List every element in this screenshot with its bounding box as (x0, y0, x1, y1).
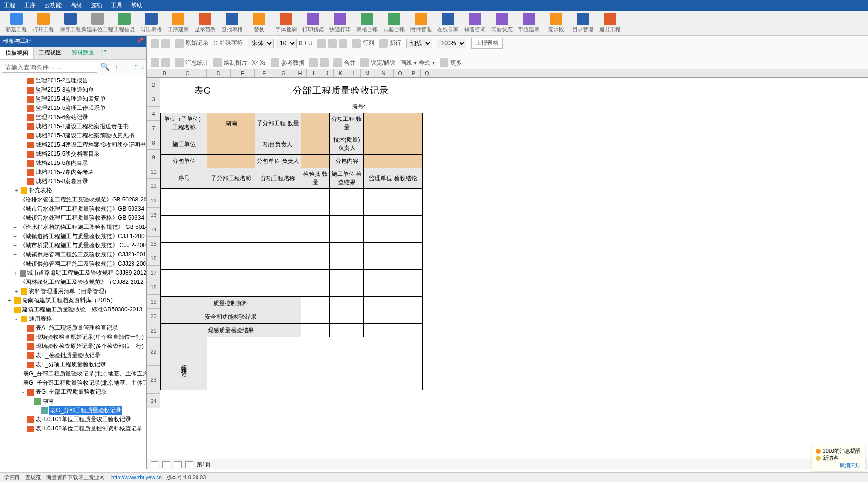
tree-node[interactable]: 城档2015-6卷内目录 (0, 159, 146, 168)
tree-node[interactable]: -建筑工程施工质量验收统一标准GB50300-2013 (0, 305, 146, 314)
toolbar-字体批刷[interactable]: 字体批刷 (273, 13, 300, 33)
align-right-icon[interactable] (339, 39, 347, 48)
merge-icon[interactable] (333, 58, 342, 67)
toolbar-目录管理[interactable]: 目录管理 (569, 13, 596, 33)
prev-page-icon[interactable] (162, 461, 170, 468)
tree-node[interactable]: 监理2015-5监理工作联系单 (0, 104, 146, 113)
toolbar-查找表格[interactable]: 查找表格 (219, 13, 246, 33)
italic-icon[interactable]: I (305, 40, 306, 47)
valign2-icon[interactable] (320, 58, 329, 67)
wrap-icon[interactable] (379, 39, 388, 48)
tree-node[interactable]: +《给水排水构筑物工程施工及验收规范》 GB 50141-2008 (0, 223, 146, 232)
tree-node[interactable]: +《城镇道路工程施工与质量验收规范》CJJ 1-2008 (0, 232, 146, 241)
col-ops-icon[interactable] (161, 58, 170, 67)
tree-node[interactable]: 城档2015-5移交档案目录 (0, 149, 146, 159)
toolbar-工程信息[interactable]: 工程信息 (111, 13, 138, 33)
toolbar-问题状态[interactable]: 问题状态 (488, 13, 515, 33)
toolbar-快速打印[interactable]: 快速打印 (327, 13, 354, 33)
tree-node[interactable]: +《城镇供热管网工程施工及验收规范》CJJ28-2004 (0, 259, 146, 268)
tree-node[interactable]: 城档2015-7卷内备考表 (0, 168, 146, 177)
tree-node[interactable]: +《园林绿化工程施工及验收规范》（CJJ82-2012） (0, 278, 146, 287)
toolbar-附件管理[interactable]: 附件管理 (408, 13, 434, 33)
minus-icon[interactable]: － (123, 62, 131, 72)
toolbar-试验台账[interactable]: 试验台账 (381, 13, 408, 33)
toolbar-打开工程[interactable]: 打开工程 (30, 13, 57, 33)
tree-view[interactable]: 监理2015-2监理报告监理2015-3监理通知单监理2015-4监理通知回复单… (0, 75, 146, 469)
superscript-icon[interactable]: X² (252, 59, 258, 66)
chart-icon[interactable] (213, 58, 222, 67)
tree-node[interactable]: 城档2015-4建设工程档案接收和移交证明书 (0, 140, 146, 149)
tree-node[interactable]: 现场验收检查原始记录(多个检查部位一行) (0, 342, 146, 351)
toolbar-显示范例[interactable]: 显示范例 (192, 13, 219, 33)
form-table[interactable]: 单位（子单位） 工程名称湖南子分部工程 数量分项工程 数量施工单位项目负责人技术… (160, 113, 423, 390)
tree-node[interactable]: 监理2015-6旁站记录 (0, 113, 146, 122)
tab-project-view[interactable]: 工程视图 (34, 47, 66, 59)
search-icon[interactable]: 🔍 (100, 62, 110, 72)
cancel-flash-link[interactable]: 取消闪烁 (840, 462, 861, 469)
toolbar-部位建表[interactable]: 部位建表 (515, 13, 542, 33)
tree-node[interactable]: 监理2015-4监理通知回复单 (0, 94, 146, 104)
align-left-icon[interactable] (317, 39, 326, 48)
toolbar-表格台账[interactable]: 表格台账 (354, 13, 381, 33)
menu-选项[interactable]: 选项 (91, 1, 102, 10)
tree-node[interactable]: +城市道路照明工程施工及验收规程 CJJ89-2012 (0, 268, 146, 278)
valign-icon[interactable] (309, 58, 318, 67)
special-char-icon[interactable]: Ω (213, 40, 218, 47)
toolbar-导出表格[interactable]: 导出表格 (138, 13, 165, 33)
align-center-icon[interactable] (328, 39, 337, 48)
stat-icon[interactable] (175, 58, 184, 67)
tree-node[interactable]: 表E_检验批质量验收记录 (0, 351, 146, 360)
toolbar-替换[interactable]: 替换 (246, 13, 273, 33)
zoom-select[interactable]: 100% (437, 39, 466, 48)
tree-node[interactable]: +资料管理通用清单（目录管理） (0, 287, 146, 296)
redo-icon[interactable] (161, 39, 170, 48)
menu-高级[interactable]: 高级 (70, 1, 82, 10)
tree-node[interactable]: 监理2015-2监理报告 (0, 76, 146, 85)
menu-工序[interactable]: 工序 (24, 1, 36, 10)
menu-帮助[interactable]: 帮助 (131, 1, 143, 10)
ref-icon[interactable] (271, 58, 279, 67)
tree-node[interactable]: 城档2015-8案卷目录 (0, 177, 146, 186)
report-button[interactable]: 上报表格 (471, 38, 503, 49)
toolbar-在线专家[interactable]: 在线专家 (434, 13, 461, 33)
toolbar-流水段[interactable]: 流水段 (542, 13, 569, 33)
subscript-icon[interactable]: X₂ (260, 59, 266, 66)
underline-icon[interactable]: U (308, 40, 313, 47)
last-page-icon[interactable] (185, 461, 193, 468)
tree-node[interactable]: 表F_分项工程质量验收记录 (0, 360, 146, 369)
toolbar-新建工程[interactable]: 新建工程 (3, 13, 30, 33)
toolbar-保存工程[interactable]: 保存工程 (57, 13, 84, 33)
row-ops-icon[interactable] (151, 58, 159, 67)
tree-node[interactable]: 表A_施工现场质量管理检查记录 (0, 323, 146, 333)
lock-icon[interactable] (360, 58, 369, 67)
tree-node[interactable]: 城档2015-1建设工程档案报送责任书 (0, 122, 146, 131)
tree-node[interactable]: 监理2015-3监理通知单 (0, 85, 146, 94)
tree-node[interactable]: +《城镇污水处理厂工程质量验收表格》GB 50334-2017 (0, 214, 146, 223)
font-select[interactable]: 宋体 (248, 39, 274, 48)
toolbar-退出工程[interactable]: 退出工程 (596, 13, 623, 33)
tree-node[interactable]: +《城市桥梁工程施工与质量验收规范》 CJJ 2-2008 (0, 241, 146, 250)
up-icon[interactable]: ↑ (134, 62, 138, 72)
menu-云功能[interactable]: 云功能 (44, 1, 62, 10)
spreadsheet[interactable]: BCDEFGHIJKLMNOPQ 23478910111213141516171… (147, 69, 868, 459)
tree-node[interactable]: +补充表格 (0, 186, 146, 195)
tree-node[interactable]: 表G_分部工程质量验收记录 (0, 406, 146, 415)
plus-icon[interactable]: ＋ (113, 62, 120, 72)
raw-record-icon[interactable] (175, 39, 184, 48)
bold-icon[interactable]: B (299, 40, 303, 47)
notification-toast[interactable]: 1010的消息提醒 新访客 取消闪烁 (812, 445, 865, 469)
tree-node[interactable]: +《城市污水处理厂工程质量验收规范》GB 50334-2002 (0, 204, 146, 214)
tree-node[interactable]: 表H.0.102单位工程质量控制资料核查记录 (0, 424, 146, 433)
line-style-select[interactable]: 细线 (406, 39, 432, 48)
tab-template-view[interactable]: 模板视图 (0, 47, 34, 59)
tree-node[interactable]: -湖南 (0, 397, 146, 406)
down-icon[interactable]: ↓ (141, 62, 145, 72)
tree-node[interactable]: -表G_分部工程质量验收记录 (0, 388, 146, 397)
tree-node[interactable]: 表G_分部工程质量验收记录(北京地基、主体五方签字 (0, 369, 146, 378)
tree-node[interactable]: 城档2015-3建设工程档案预验收意见书 (0, 131, 146, 140)
toolbar-新建单位工程[interactable]: 新建单位工程 (84, 13, 111, 33)
toolbar-销售咨询[interactable]: 销售咨询 (461, 13, 488, 33)
search-input[interactable] (2, 62, 97, 73)
first-page-icon[interactable] (151, 461, 158, 468)
tree-node[interactable]: 表H.0.101单位工程质量竣工验收记录 (0, 415, 146, 424)
